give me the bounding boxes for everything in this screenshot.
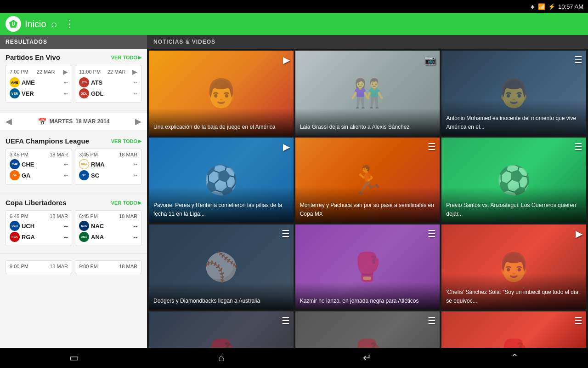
live-matches-section: Partidos En Vivo VER TODO 7:00 PM 22 MAR… — [0, 49, 147, 108]
ucl-title-row: UEFA Champions League VER TODO — [6, 137, 141, 145]
status-bar: ∗ 📶 ⚡ 10:57 AM — [0, 0, 588, 13]
content-header: NOTICIAS & VIDEOS — [147, 35, 588, 49]
match-card-ats-gdl[interactable]: 11:00 PM 22 MAR ▶ ATS ATS -- GDL — [75, 65, 141, 103]
news-caption-7: Dodgers y Diamondbacks llegan a Australi… — [153, 298, 260, 304]
rma-logo: RMA — [79, 159, 89, 169]
camera-icon-news-2: 📷 — [424, 54, 436, 65]
news-grid: 👨 Una explicación de la baja de juego en… — [147, 49, 588, 348]
news-item-6[interactable]: ⚽ Previo Santos vs. Anzoátegui: Los Guer… — [441, 138, 586, 223]
ver-logo: VER — [10, 88, 20, 98]
nav-back-icon[interactable]: ↵ — [363, 352, 371, 364]
match-card-nac-ana[interactable]: 6:45 PM 18 MAR NAC NAC -- ANA ANA — [75, 210, 141, 246]
team-row-ver: VER VER -- — [10, 88, 68, 98]
team-row-che: CHE CHE -- — [10, 159, 68, 169]
news-caption-5: Monterrey y Pachuca van por su pase a se… — [300, 202, 434, 217]
team-row-gdl: GDL GDL -- — [79, 88, 137, 98]
play-icon-2[interactable]: ▶ — [132, 68, 137, 75]
sc-logo: SC — [79, 170, 89, 180]
live-matches-title-row: Partidos En Vivo VER TODO — [6, 53, 141, 61]
menu-icon[interactable]: ⋮ — [64, 18, 74, 30]
content-area: NOTICIAS & VIDEOS 👨 Una explicación de l… — [147, 35, 588, 348]
news-item-3[interactable]: 👨 Antonio Mohamed es inocente del moment… — [441, 51, 586, 136]
calendar-icon: 📅 — [38, 117, 47, 126]
news-item-11[interactable]: 🥊 ☰ — [295, 311, 440, 348]
bluetooth-icon: ∗ — [530, 3, 535, 10]
ana-logo: ANA — [79, 232, 89, 242]
news-item-2[interactable]: 👫 Laia Grassi deja sin aliento a Alexis … — [295, 51, 440, 136]
news-image-10: 🥊 — [149, 311, 294, 348]
nav-overview-icon[interactable]: ▭ — [69, 352, 79, 364]
team-row-rga: RGA RGA -- — [10, 232, 68, 242]
news-item-7[interactable]: ⚾ Dodgers y Diamondbacks llegan a Austra… — [149, 224, 294, 310]
news-item-1[interactable]: 👨 Una explicación de la baja de juego en… — [149, 51, 294, 136]
team-row-ga: GA GA -- — [10, 170, 68, 180]
team-row-sc: SC SC -- — [79, 170, 137, 180]
news-item-10[interactable]: 🥊 ☰ — [149, 311, 294, 348]
ame-logo: AME — [10, 77, 20, 87]
sidebar-header: RESULTADOS — [0, 35, 147, 49]
list-icon-news-6: ☰ — [574, 141, 582, 152]
news-overlay-5: Monterrey y Pachuca van por su pase a se… — [295, 187, 440, 223]
rga-logo: RGA — [10, 232, 20, 242]
top-bar-actions: ⌕ ⋮ — [51, 18, 74, 30]
news-caption-2: Laia Grassi deja sin aliento a Alexis Sá… — [300, 124, 410, 130]
date-day: MARTES — [50, 118, 73, 125]
date-value: 18 MAR 2014 — [75, 118, 109, 125]
ucl-ver-todo[interactable]: VER TODO — [111, 138, 141, 144]
news-item-12[interactable]: 🥊 ☰ — [441, 311, 586, 348]
play-icon-news-4: ▶ — [283, 141, 290, 152]
top-bar: U Inicio ⌕ ⋮ — [0, 13, 588, 35]
news-item-8[interactable]: 🥊 Kazmir no lanza, en jornada negra para… — [295, 224, 440, 310]
nav-up-icon[interactable]: ⌃ — [510, 352, 519, 364]
news-item-9[interactable]: 👨 'Chelís' Sánchez Solá: "Soy un imbecil… — [441, 224, 586, 310]
team-row-uch: UCH UCH -- — [10, 221, 68, 231]
nac-logo: NAC — [79, 221, 89, 231]
search-icon[interactable]: ⌕ — [51, 18, 57, 30]
news-overlay-1: Una explicación de la baja de juego en e… — [149, 109, 294, 136]
libertadores-ver-todo[interactable]: VER TODO — [111, 200, 141, 206]
news-caption-8: Kazmir no lanza, en jornada negra para A… — [300, 298, 419, 304]
next-match-1: 9:00 PM 18 MAR — [6, 260, 72, 274]
team-row-rma: RMA RMA -- — [79, 159, 137, 169]
match-card-rma-sc[interactable]: 3:45 PM 18 MAR RMA RMA -- SC SC — [75, 149, 141, 184]
match-card-uch-rga[interactable]: 6:45 PM 18 MAR UCH UCH -- RGA RGA — [6, 210, 72, 246]
battery-icon: ⚡ — [548, 3, 555, 10]
match-card-che-ga[interactable]: 3:45 PM 18 MAR CHE CHE -- GA GA — [6, 149, 72, 184]
ucl-title: UEFA Champions League — [6, 137, 89, 145]
news-overlay-2: Laia Grassi deja sin aliento a Alexis Sá… — [295, 109, 440, 136]
sidebar: RESULTADOS Partidos En Vivo VER TODO 7:0… — [0, 35, 147, 348]
app-logo: U Inicio — [6, 16, 46, 32]
nav-home-icon[interactable]: ⌂ — [218, 352, 224, 364]
match-card-ame-ver[interactable]: 7:00 PM 22 MAR ▶ AME AME -- VER — [6, 65, 72, 103]
news-item-5[interactable]: 🏃 Monterrey y Pachuca van por su pase a … — [295, 138, 440, 223]
live-matches-title: Partidos En Vivo — [6, 53, 60, 61]
news-caption-4: Pavone, Perea y Rentería cometieron las … — [153, 202, 282, 217]
prev-date-arrow[interactable]: ◀ — [6, 116, 12, 126]
uch-logo: UCH — [10, 221, 20, 231]
list-icon-news-5: ☰ — [428, 141, 436, 152]
time: 10:57 AM — [558, 3, 583, 10]
team-row-ame: AME AME -- — [10, 77, 68, 87]
libertadores-section: Copa Libertadores VER TODO 6:45 PM 18 MA… — [0, 194, 147, 252]
team-row-ats: ATS ATS -- — [79, 77, 137, 87]
news-image-12: 🥊 — [441, 311, 586, 348]
libertadores-title: Copa Libertadores — [6, 199, 67, 207]
list-icon-news-12: ☰ — [574, 315, 582, 326]
play-icon[interactable]: ▶ — [63, 68, 68, 75]
news-caption-3: Antonio Mohamed es inocente del momento … — [446, 115, 576, 130]
list-icon-news-11: ☰ — [428, 315, 436, 326]
next-date-arrow[interactable]: ▶ — [135, 116, 141, 126]
list-icon-news-7: ☰ — [282, 228, 290, 239]
live-matches-ver-todo[interactable]: VER TODO — [111, 55, 141, 60]
logo-icon: U — [6, 16, 21, 32]
news-image-11: 🥊 — [295, 311, 440, 348]
news-overlay-9: 'Chelís' Sánchez Solá: "Soy un imbecil q… — [441, 274, 586, 310]
news-item-4[interactable]: ⚽ Pavone, Perea y Rentería cometieron la… — [149, 138, 294, 223]
live-match-row-1: 7:00 PM 22 MAR ▶ AME AME -- VER — [6, 65, 141, 103]
ucl-section: UEFA Champions League VER TODO 3:45 PM 1… — [0, 132, 147, 190]
next-time-section: 9:00 PM 18 MAR 9:00 PM 18 MAR — [0, 256, 147, 280]
libertadores-title-row: Copa Libertadores VER TODO — [6, 199, 141, 207]
news-caption-1: Una explicación de la baja de juego en e… — [153, 124, 276, 130]
che-logo: CHE — [10, 159, 20, 169]
team-row-nac: NAC NAC -- — [79, 221, 137, 231]
